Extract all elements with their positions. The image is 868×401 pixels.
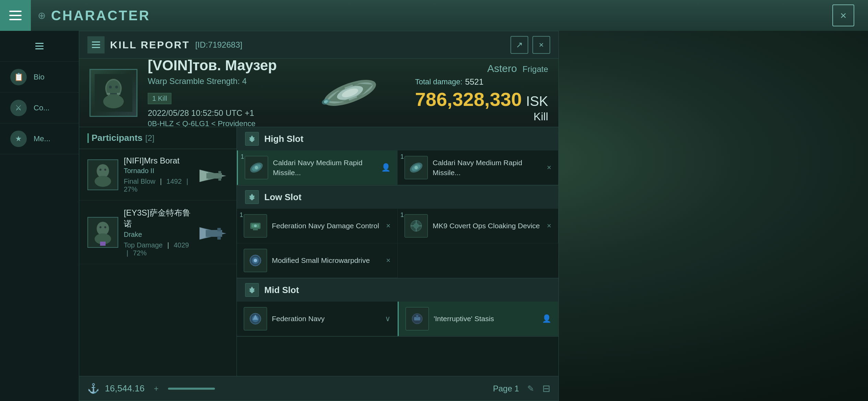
sidebar-item-label: Co... bbox=[34, 104, 49, 112]
participants-panel: Participants [2] [NIFI]Mrs Borat Tor bbox=[79, 127, 237, 376]
export-button[interactable]: ↗ bbox=[510, 36, 528, 54]
svg-point-32 bbox=[104, 226, 106, 228]
low-slot-header: Low Slot bbox=[237, 185, 558, 209]
participant-ship: Tornado II bbox=[124, 167, 192, 175]
svg-rect-7 bbox=[107, 93, 110, 95]
scrollbar-thumb bbox=[168, 388, 215, 390]
anchor-icon: ⚓ bbox=[87, 383, 99, 394]
slot-item-icon bbox=[406, 307, 429, 330]
avatar-image bbox=[91, 70, 136, 116]
mid-slot-items: Federation Navy ∨ ' bbox=[237, 302, 558, 336]
biography-icon: 📋 bbox=[10, 69, 27, 85]
svg-point-4 bbox=[115, 86, 118, 88]
app-close-button[interactable]: × bbox=[832, 4, 854, 26]
slot-item-name: Federation Navy bbox=[272, 314, 380, 324]
slot-item-icon bbox=[244, 307, 267, 330]
sidebar-item-medals[interactable]: ★ Me... bbox=[0, 123, 79, 154]
svg-rect-27 bbox=[218, 171, 221, 174]
victim-avatar bbox=[89, 69, 137, 117]
slot-item-qty: 1 bbox=[241, 153, 244, 160]
isk-label: ISK bbox=[526, 94, 548, 109]
slot-item[interactable]: Modified Small Microwarpdrive × bbox=[237, 243, 398, 278]
slot-item-qty: 1 bbox=[400, 153, 404, 160]
isk-value: 786,328,330 bbox=[415, 88, 522, 110]
participant-item[interactable]: [EY3S]萨金特布鲁诺 Drake Top Damage | 4029 | 7… bbox=[79, 200, 237, 264]
svg-point-51 bbox=[254, 224, 257, 227]
slot-item-icon bbox=[244, 249, 267, 272]
participants-header: Participants [2] bbox=[79, 127, 237, 149]
svg-point-43 bbox=[255, 166, 258, 169]
left-sidebar: 📋 Bio ⚔ Co... ★ Me... bbox=[0, 31, 79, 401]
medals-icon: ★ bbox=[10, 131, 27, 147]
high-slot-title: High Slot bbox=[264, 134, 303, 144]
person-icon: 👤 bbox=[381, 163, 390, 172]
person-icon: 👤 bbox=[542, 314, 551, 323]
slot-item[interactable]: Federation Navy ∨ bbox=[237, 302, 398, 336]
edit-button[interactable]: ✎ bbox=[525, 382, 537, 395]
close-icon[interactable]: × bbox=[547, 221, 551, 230]
close-icon[interactable]: × bbox=[386, 221, 390, 230]
svg-point-22 bbox=[104, 169, 106, 171]
svg-point-23 bbox=[95, 176, 111, 187]
participant-stats: Final Blow | 1492 | 27% bbox=[124, 178, 192, 193]
svg-point-63 bbox=[254, 259, 257, 262]
panel-actions: ↗ × bbox=[510, 36, 550, 54]
slot-item-qty: 1 bbox=[240, 211, 243, 219]
low-slot-title: Low Slot bbox=[264, 192, 301, 203]
participant-avatar bbox=[87, 217, 118, 248]
app-title: CHARACTER bbox=[51, 8, 150, 23]
panel-menu-icon bbox=[92, 41, 100, 48]
sidebar-item-combat[interactable]: ⚔ Co... bbox=[0, 93, 79, 123]
high-slot-header: High Slot bbox=[237, 127, 558, 150]
top-bar: ⊕ CHARACTER × bbox=[0, 0, 868, 31]
slot-item[interactable]: 1 MK9 Covert bbox=[398, 209, 558, 243]
slot-item[interactable]: 1 Federation Navy Damage Control × bbox=[237, 209, 398, 243]
slot-item[interactable]: 1 Caldari Navy Medium Rapid Missile... × bbox=[398, 150, 558, 185]
kill-type: Kill bbox=[415, 110, 548, 123]
panel-menu-button[interactable] bbox=[87, 36, 105, 53]
total-damage-label: Total damage: bbox=[415, 77, 462, 86]
filter-button[interactable]: ⊟ bbox=[542, 383, 550, 394]
svg-rect-8 bbox=[117, 93, 120, 95]
slot-item[interactable]: 1 Caldari Navy Medium Rapid Missile... 👤 bbox=[237, 150, 398, 185]
slot-item-name: Federation Navy Damage Control bbox=[272, 221, 381, 231]
participant-name: [NIFI]Mrs Borat bbox=[124, 156, 192, 166]
slot-item-qty: 1 bbox=[400, 211, 404, 219]
svg-rect-72 bbox=[416, 315, 418, 318]
ship-image bbox=[295, 65, 405, 120]
scrollbar-track[interactable] bbox=[168, 388, 325, 390]
panel-header: KILL REPORT [ID:7192683] ↗ × bbox=[79, 31, 558, 59]
victim-name: [VOIN]тов. Маузер bbox=[148, 59, 285, 74]
slot-item-icon bbox=[244, 214, 267, 238]
victim-section: [VOIN]тов. Маузер Warp Scramble Strength… bbox=[79, 59, 558, 127]
sidebar-menu-button[interactable] bbox=[0, 31, 79, 62]
slot-item-name: 'Interruptive' Stasis bbox=[434, 314, 537, 324]
header-accent bbox=[87, 133, 89, 143]
add-button[interactable]: + bbox=[150, 382, 162, 395]
svg-point-3 bbox=[109, 86, 112, 88]
panel-id: [ID:7192683] bbox=[195, 40, 242, 50]
close-panel-button[interactable]: × bbox=[532, 36, 550, 54]
svg-point-6 bbox=[103, 95, 124, 108]
sidebar-item-label: Me... bbox=[34, 134, 50, 143]
hamburger-button[interactable] bbox=[0, 0, 31, 31]
sidebar-item-biography[interactable]: 📋 Bio bbox=[0, 62, 79, 93]
victim-warp-scramble: Warp Scramble Strength: 4 bbox=[148, 76, 285, 86]
high-slot-section: High Slot 1 bbox=[237, 127, 558, 185]
slot-item-icon bbox=[405, 214, 428, 238]
high-slot-items: 1 Caldari Navy Medium Rapid Missile... 👤 bbox=[237, 150, 558, 185]
low-slot-section: Low Slot 1 bbox=[237, 185, 558, 278]
fitting-panel: High Slot 1 bbox=[237, 127, 558, 376]
slot-item-name: Caldari Navy Medium Rapid Missile... bbox=[273, 158, 376, 178]
slot-item[interactable]: 'Interruptive' Stasis 👤 bbox=[398, 302, 558, 336]
slot-header-icon bbox=[245, 283, 259, 297]
svg-rect-28 bbox=[218, 178, 221, 181]
kill-location: 0B-HLZ < Q-6LG1 < Providence bbox=[148, 119, 285, 127]
sidebar-item-label: Bio bbox=[34, 73, 45, 82]
low-slot-items: 1 Federation Navy Damage Control × bbox=[237, 209, 558, 278]
close-icon[interactable]: × bbox=[547, 163, 551, 172]
participant-item[interactable]: [NIFI]Mrs Borat Tornado II Final Blow | … bbox=[79, 149, 237, 200]
participants-count: [2] bbox=[145, 133, 155, 143]
close-icon[interactable]: × bbox=[386, 256, 390, 265]
mid-slot-section: Mid Slot Federation Navy bbox=[237, 278, 558, 337]
